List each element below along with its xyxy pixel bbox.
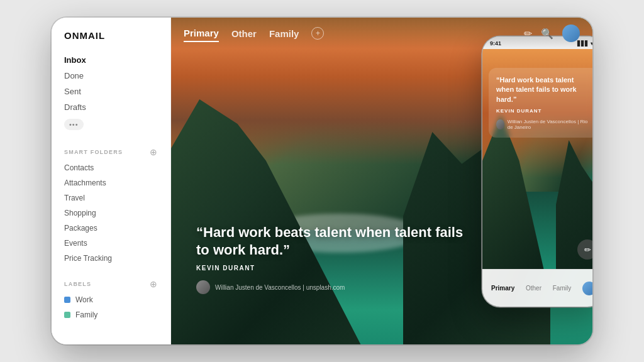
compose-icon[interactable]: ✏ bbox=[524, 28, 532, 40]
tablet-frame: ONMAIL Inbox Done Sent Drafts ••• SMART … bbox=[52, 18, 592, 344]
search-icon[interactable]: 🔍 bbox=[541, 28, 553, 40]
sidebar-item-contacts[interactable]: Contacts bbox=[52, 160, 170, 175]
phone-tab-family[interactable]: Family bbox=[553, 285, 571, 292]
top-navigation: Primary Other Family + ✏ 🔍 bbox=[171, 18, 592, 49]
labels-header: LABELS ⊕ bbox=[52, 280, 170, 292]
labels-section: LABELS ⊕ Work Family bbox=[52, 280, 170, 322]
sidebar-nav: Inbox Done Sent Drafts bbox=[52, 52, 170, 115]
label-family[interactable]: Family bbox=[52, 307, 170, 322]
sidebar-more-button[interactable]: ••• bbox=[52, 115, 170, 134]
smart-folders-header: SMART FOLDERS ⊕ bbox=[52, 148, 170, 160]
label-work-text: Work bbox=[75, 295, 93, 304]
label-work[interactable]: Work bbox=[52, 292, 170, 307]
quote-text: “Hard work beats talent when talent fail… bbox=[196, 224, 467, 260]
tab-other[interactable]: Other bbox=[231, 26, 257, 41]
sidebar-item-travel[interactable]: Travel bbox=[52, 190, 170, 206]
tab-family[interactable]: Family bbox=[269, 26, 299, 41]
smart-folders-section: SMART FOLDERS ⊕ Contacts Attachments Tra… bbox=[52, 148, 170, 266]
phone-quote-author: KEVIN DURANT bbox=[496, 108, 591, 114]
smart-folders-title: SMART FOLDERS bbox=[64, 149, 123, 155]
add-tab-button[interactable]: + bbox=[311, 27, 324, 40]
label-work-dot bbox=[64, 297, 70, 303]
phone-bottom-nav: Primary Other Family bbox=[482, 269, 592, 307]
sidebar-item-attachments[interactable]: Attachments bbox=[52, 175, 170, 190]
label-family-text: Family bbox=[75, 310, 97, 319]
phone-quote-card: “Hard work beats talent when talent fail… bbox=[489, 68, 592, 138]
sidebar-item-shopping[interactable]: Shopping bbox=[52, 206, 170, 221]
sidebar-item-drafts[interactable]: Drafts bbox=[52, 99, 170, 115]
add-smart-folder-icon[interactable]: ⊕ bbox=[149, 148, 158, 156]
tab-primary[interactable]: Primary bbox=[184, 25, 219, 42]
sidebar-item-sent[interactable]: Sent bbox=[52, 84, 170, 99]
phone-tab-other[interactable]: Other bbox=[526, 285, 541, 292]
sidebar: ONMAIL Inbox Done Sent Drafts ••• SMART … bbox=[52, 18, 171, 344]
phone-frame: 9:41 ▋▋▋ ▾ ▮ “Hard work beats talent whe… bbox=[482, 36, 592, 307]
phone-background: “Hard work beats talent when talent fail… bbox=[482, 49, 592, 307]
sidebar-item-inbox[interactable]: Inbox bbox=[52, 52, 170, 68]
sidebar-item-events[interactable]: Events bbox=[52, 236, 170, 251]
phone-nav-avatar[interactable] bbox=[582, 282, 592, 295]
phone-tab-primary[interactable]: Primary bbox=[491, 285, 514, 292]
labels-title: LABELS bbox=[64, 281, 91, 287]
phone-source-avatar bbox=[496, 119, 504, 129]
quote-author: KEVIN DURANT bbox=[196, 265, 467, 272]
sidebar-item-done[interactable]: Done bbox=[52, 68, 170, 84]
source-avatar bbox=[196, 280, 210, 294]
main-content: Primary Other Family + ✏ 🔍 “Hard work be… bbox=[171, 18, 592, 344]
app-logo: ONMAIL bbox=[52, 30, 170, 52]
label-family-dot bbox=[64, 312, 70, 318]
add-label-icon[interactable]: ⊕ bbox=[149, 280, 158, 288]
quote-overlay: “Hard work beats talent when talent fail… bbox=[196, 224, 467, 294]
nav-actions: ✏ 🔍 bbox=[524, 25, 580, 42]
source-name: Willian Justen de Vasconcellos | unsplas… bbox=[215, 284, 345, 291]
quote-source: Willian Justen de Vasconcellos | unsplas… bbox=[196, 280, 467, 294]
phone-quote-source: Willian Justen de Vasconcellos | Rio de … bbox=[496, 119, 591, 130]
sidebar-item-price-tracking[interactable]: Price Tracking bbox=[52, 251, 170, 266]
sidebar-item-packages[interactable]: Packages bbox=[52, 221, 170, 236]
phone-compose-button[interactable]: ✏ bbox=[577, 239, 592, 260]
nav-tabs: Primary Other Family + bbox=[184, 25, 324, 42]
user-avatar[interactable] bbox=[562, 25, 580, 42]
phone-quote-text: “Hard work beats talent when talent fail… bbox=[496, 75, 591, 104]
phone-source-name: Willian Justen de Vasconcellos | Rio de … bbox=[508, 119, 591, 130]
